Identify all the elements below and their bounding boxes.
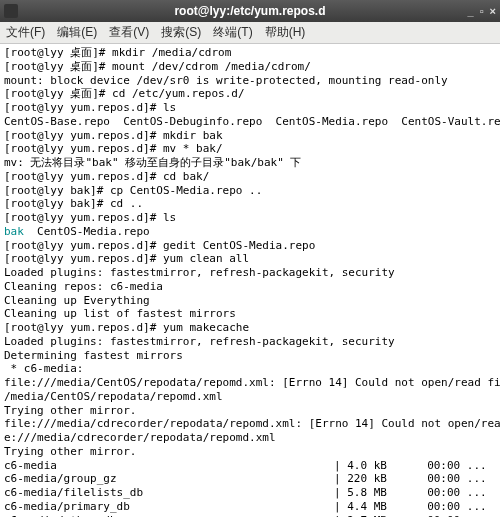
dir-bak: bak (4, 225, 24, 238)
maximize-button[interactable]: ▫ (480, 5, 484, 17)
term-line: [root@lyy bak]# cd .. (4, 197, 143, 210)
term-line: [root@lyy yum.repos.d]# ls (4, 101, 176, 114)
term-line: [root@lyy 桌面]# cd /etc/yum.repos.d/ (4, 87, 245, 100)
minimize-button[interactable]: _ (468, 5, 474, 17)
term-line: [root@lyy 桌面]# mount /dev/cdrom /media/c… (4, 60, 311, 73)
download-row: c6-media/other_db| 2.7 MB 00:00 ... (4, 514, 487, 518)
term-line: Cleaning repos: c6-media (4, 280, 163, 293)
term-line: /media/CentOS/repodata/repomd.xml (4, 390, 223, 403)
download-row: c6-media/filelists_db| 5.8 MB 00:00 ... (4, 486, 487, 499)
close-button[interactable]: × (490, 5, 496, 17)
term-line: [root@lyy yum.repos.d]# ls (4, 211, 176, 224)
term-line: [root@lyy yum.repos.d]# mkdir bak (4, 129, 223, 142)
term-line: mount: block device /dev/sr0 is write-pr… (4, 74, 448, 87)
terminal-output[interactable]: [root@lyy 桌面]# mkdir /media/cdrom [root@… (0, 44, 500, 517)
term-line: e:///media/cdrecorder/repodata/repomd.xm… (4, 431, 276, 444)
window-title: root@lyy:/etc/yum.repos.d (174, 4, 325, 18)
term-line: * c6-media: (4, 362, 90, 375)
menu-edit[interactable]: 编辑(E) (57, 24, 97, 41)
download-row: c6-media| 4.0 kB 00:00 ... (4, 459, 487, 472)
window-controls: _ ▫ × (468, 5, 496, 17)
term-line: CentOS-Base.repo CentOS-Debuginfo.repo C… (4, 115, 500, 128)
menu-help[interactable]: 帮助(H) (265, 24, 306, 41)
term-line: [root@lyy yum.repos.d]# mv * bak/ (4, 142, 223, 155)
term-line: [root@lyy yum.repos.d]# gedit CentOS-Med… (4, 239, 315, 252)
app-icon (4, 4, 18, 18)
term-line: [root@lyy yum.repos.d]# yum makecache (4, 321, 249, 334)
menubar: 文件(F) 编辑(E) 查看(V) 搜索(S) 终端(T) 帮助(H) (0, 22, 500, 44)
menu-view[interactable]: 查看(V) (109, 24, 149, 41)
download-row: c6-media/group_gz| 220 kB 00:00 ... (4, 472, 487, 485)
term-line: mv: 无法将目录"bak" 移动至自身的子目录"bak/bak" 下 (4, 156, 301, 169)
term-line: Loaded plugins: fastestmirror, refresh-p… (4, 266, 395, 279)
menu-file[interactable]: 文件(F) (6, 24, 45, 41)
term-line: file:///media/cdrecorder/repodata/repomd… (4, 417, 500, 430)
term-line: Loaded plugins: fastestmirror, refresh-p… (4, 335, 395, 348)
term-line: [root@lyy bak]# cp CentOS-Media.repo .. (4, 184, 262, 197)
titlebar: root@lyy:/etc/yum.repos.d _ ▫ × (0, 0, 500, 22)
menu-terminal[interactable]: 终端(T) (213, 24, 252, 41)
term-line: file:///media/CentOS/repodata/repomd.xml… (4, 376, 500, 389)
download-row: c6-media/primary_db| 4.4 MB 00:00 ... (4, 500, 487, 513)
term-line: bak CentOS-Media.repo (4, 225, 150, 238)
term-line: Determining fastest mirrors (4, 349, 183, 362)
term-line: [root@lyy yum.repos.d]# cd bak/ (4, 170, 209, 183)
term-line: Trying other mirror. (4, 445, 136, 458)
menu-search[interactable]: 搜索(S) (161, 24, 201, 41)
term-line: [root@lyy 桌面]# mkdir /media/cdrom (4, 46, 231, 59)
term-line: Cleaning up Everything (4, 294, 150, 307)
term-line: Cleaning up list of fastest mirrors (4, 307, 236, 320)
term-line: [root@lyy yum.repos.d]# yum clean all (4, 252, 249, 265)
term-line: Trying other mirror. (4, 404, 136, 417)
